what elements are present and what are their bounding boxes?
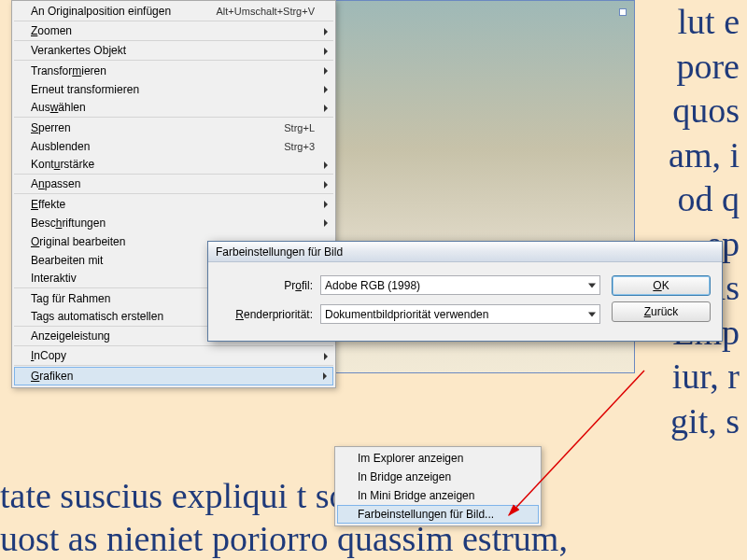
dialog-titlebar[interactable]: Farbeinstellungen für Bild xyxy=(208,242,722,262)
render-priority-dropdown[interactable]: Dokumentbildpriorität verwenden xyxy=(320,304,600,324)
menu-item-label: Original bearbeiten xyxy=(31,235,125,248)
menu-item-0[interactable]: An Originalposition einfügenAlt+Umschalt… xyxy=(14,3,333,21)
menu-item-label: An Originalposition einfügen xyxy=(31,5,171,18)
menu-item-label: Beschriftungen xyxy=(31,217,106,230)
chevron-right-icon xyxy=(324,105,328,112)
render-priority-value: Dokumentbildpriorität verwenden xyxy=(325,308,488,321)
menu-item-label: Sperren xyxy=(31,121,71,134)
submenu-item-label: In Bridge anzeigen xyxy=(358,470,451,483)
menu-item-3[interactable]: Transformieren xyxy=(14,62,333,80)
menu-item-label: Interaktiv xyxy=(31,272,77,285)
grafiken-submenu: Im Explorer anzeigenIn Bridge anzeigenIn… xyxy=(334,446,542,526)
chevron-right-icon xyxy=(324,219,328,227)
submenu-item-label: In Mini Bridge anzeigen xyxy=(358,489,474,502)
menu-item-4[interactable]: Erneut transformieren xyxy=(14,80,333,99)
submenu-item-label: Im Explorer anzeigen xyxy=(358,452,463,465)
dialog-title: Farbeinstellungen für Bild xyxy=(216,245,343,259)
submenu-item-1[interactable]: In Bridge anzeigen xyxy=(337,468,539,486)
menu-item-7[interactable]: AusblendenStrg+3 xyxy=(14,137,333,156)
menu-item-19[interactable]: Grafiken xyxy=(14,367,333,385)
menu-item-8[interactable]: Konturstärke xyxy=(14,156,333,175)
submenu-item-3[interactable]: Farbeinstellungen für Bild... xyxy=(337,505,539,524)
submenu-item-2[interactable]: In Mini Bridge anzeigen xyxy=(337,486,539,505)
menu-item-label: Anpassen xyxy=(31,177,80,190)
profile-value: Adobe RGB (1998) xyxy=(325,279,420,292)
chevron-right-icon xyxy=(324,28,328,35)
ok-button[interactable]: OK xyxy=(612,275,711,296)
menu-item-label: Grafiken xyxy=(31,370,73,383)
chevron-right-icon xyxy=(324,67,328,75)
chevron-down-icon xyxy=(588,283,596,287)
menu-item-label: Ausblenden xyxy=(31,140,90,153)
chevron-right-icon xyxy=(323,372,327,380)
menu-item-9[interactable]: Anpassen xyxy=(14,175,333,194)
menu-item-label: InCopy xyxy=(31,349,66,362)
menu-item-18[interactable]: InCopy xyxy=(14,347,333,366)
menu-item-1[interactable]: Zoomen xyxy=(14,22,333,41)
menu-item-label: Tags automatisch erstellen xyxy=(31,310,163,323)
menu-item-label: Tag für Rahmen xyxy=(31,292,110,305)
chevron-right-icon xyxy=(324,353,328,360)
chevron-down-icon xyxy=(588,312,596,316)
chevron-right-icon xyxy=(324,161,328,169)
profile-dropdown[interactable]: Adobe RGB (1998) xyxy=(320,275,600,295)
menu-item-5[interactable]: Auswählen xyxy=(14,99,333,118)
menu-item-label: Konturstärke xyxy=(31,158,94,171)
menu-item-label: Anzeigeleistung xyxy=(31,329,110,343)
menu-item-label: Effekte xyxy=(31,198,65,211)
menu-item-label: Auswählen xyxy=(31,101,86,114)
menu-item-10[interactable]: Effekte xyxy=(14,195,333,214)
menu-shortcut: Strg+L xyxy=(284,122,328,133)
cancel-button[interactable]: Zurück xyxy=(612,301,711,322)
menu-item-label: Transformieren xyxy=(31,64,106,77)
color-settings-dialog: Farbeinstellungen für Bild Profil: Adobe… xyxy=(207,241,723,342)
render-priority-label: Renderpriorität: xyxy=(219,308,313,321)
menu-item-label: Erneut transformieren xyxy=(31,83,139,96)
background-document-text-line1: tate suscius expliqui t solut xyxy=(0,475,385,516)
menu-item-label: Bearbeiten mit xyxy=(31,254,103,267)
profile-label: Profil: xyxy=(219,279,313,292)
menu-shortcut: Alt+Umschalt+Strg+V xyxy=(217,6,328,17)
menu-item-2[interactable]: Verankertes Objekt xyxy=(14,42,333,61)
chevron-right-icon xyxy=(324,86,328,93)
menu-item-label: Zoomen xyxy=(31,24,72,37)
menu-item-6[interactable]: SperrenStrg+L xyxy=(14,119,333,137)
chevron-right-icon xyxy=(324,181,328,189)
chevron-right-icon xyxy=(324,48,328,55)
chevron-right-icon xyxy=(324,201,328,208)
menu-shortcut: Strg+3 xyxy=(284,141,328,152)
menu-item-label: Verankertes Objekt xyxy=(31,44,126,57)
submenu-item-0[interactable]: Im Explorer anzeigen xyxy=(337,449,539,468)
submenu-item-label: Farbeinstellungen für Bild... xyxy=(358,508,494,521)
menu-item-11[interactable]: Beschriftungen xyxy=(14,214,333,232)
